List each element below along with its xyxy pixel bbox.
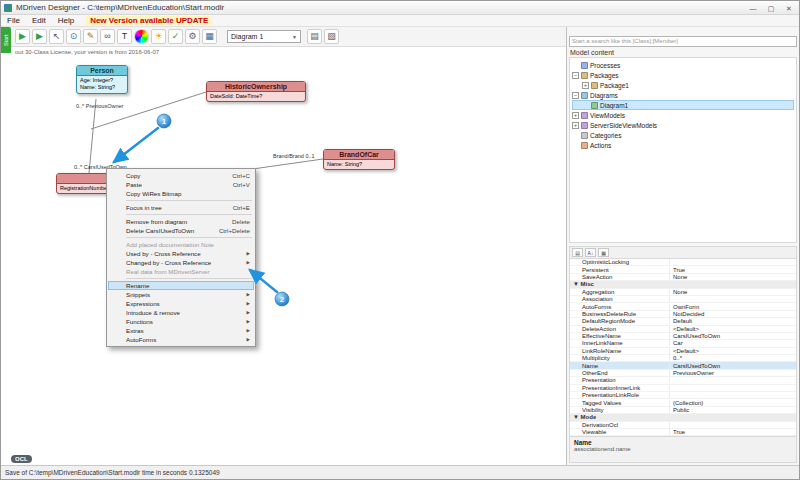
tree-item-actions[interactable]: Actions (572, 140, 794, 150)
property-row-effectivename[interactable]: EffectiveNameCarsIUsedToOwn (570, 333, 796, 340)
menu-item-paste[interactable]: PasteCtrl+V (108, 180, 254, 189)
tree-expander-icon[interactable]: + (572, 122, 579, 129)
property-row-visibility[interactable]: VisibilityPublic (570, 407, 796, 414)
property-row-association[interactable]: Association (570, 296, 796, 303)
menu-item-snippets[interactable]: Snippets▶ (108, 290, 254, 299)
property-value[interactable]: Car (670, 340, 796, 346)
property-row-saveaction[interactable]: SaveActionNone (570, 274, 796, 281)
tree-expander-icon[interactable]: + (582, 82, 589, 89)
tree-expander-icon[interactable]: − (572, 72, 579, 79)
menu-help[interactable]: Help (52, 16, 80, 25)
property-value[interactable]: NotDecided (670, 311, 796, 317)
property-value[interactable]: PreviousOwner (670, 370, 796, 376)
text-tool-icon[interactable]: T (117, 29, 132, 44)
menu-item-functions[interactable]: Functions▶ (108, 317, 254, 326)
property-row-defaultregionmode[interactable]: DefaultRegionModeDefault (570, 318, 796, 325)
diagram-selector[interactable]: Diagram 1 ▼ (227, 30, 301, 43)
property-row-tagged-values[interactable]: Tagged Values(Collection) (570, 399, 796, 406)
menu-file[interactable]: File (1, 16, 26, 25)
model-search-input[interactable] (569, 36, 797, 47)
update-notice[interactable]: New Version available UPDATE (86, 16, 212, 25)
property-row-persistent[interactable]: PersistentTrue (570, 266, 796, 273)
tree-item-diagrams[interactable]: −Diagrams (572, 90, 794, 100)
property-value[interactable]: 0..* (670, 355, 796, 361)
tree-item-diagram1[interactable]: Diagram1 (572, 100, 794, 110)
property-row-aggregation[interactable]: AggregationNone (570, 289, 796, 296)
run-icon[interactable]: ▶ (15, 29, 30, 44)
close-button[interactable]: ✕ (782, 3, 796, 13)
property-row-derivationocl[interactable]: DerivationOcl (570, 422, 796, 429)
export-icon[interactable]: ▧ (324, 29, 339, 44)
property-value[interactable]: CarsIUsedToOwn (670, 363, 796, 369)
check-icon[interactable]: ✓ (168, 29, 183, 44)
menu-item-remove-from-diagram[interactable]: Remove from diagramDelete (108, 217, 254, 226)
tree-item-categories[interactable]: Categories (572, 130, 794, 140)
run-debug-icon[interactable]: ▶ (32, 29, 47, 44)
property-value[interactable]: True (670, 429, 796, 435)
menu-item-rename[interactable]: Rename (108, 281, 254, 290)
property-value[interactable]: <Default> (670, 326, 796, 332)
alphabetical-icon[interactable]: A↓ (585, 248, 596, 257)
property-value[interactable]: True (670, 267, 796, 273)
tree-item-package1[interactable]: +Package1 (572, 80, 794, 90)
property-category-misc[interactable]: ▼ Misc (570, 281, 796, 288)
property-row-presentation[interactable]: Presentation (570, 377, 796, 384)
tree-expander-icon[interactable]: − (572, 92, 579, 99)
property-row-name[interactable]: NameCarsIUsedToOwn (570, 362, 796, 369)
property-row-innerlinkname[interactable]: InnerLinkNameCar (570, 340, 796, 347)
tree-item-serversideviewmodels[interactable]: +ServerSideViewModels (572, 120, 794, 130)
menu-item-copy[interactable]: CopyCtrl+C (108, 171, 254, 180)
property-row-presentationinnerlink[interactable]: PresentationInnerLink (570, 385, 796, 392)
categorized-icon[interactable]: ▤ (572, 248, 583, 257)
link-icon[interactable]: ∞ (100, 29, 115, 44)
property-value[interactable]: Public (670, 407, 796, 413)
class-historicownership[interactable]: HistoricOwnership DateSold: DateTime? (206, 81, 306, 102)
property-value[interactable]: (Collection) (670, 400, 796, 406)
menu-item-focus-in-tree[interactable]: Focus in treeCtrl+E (108, 203, 254, 212)
tree-expander-icon[interactable]: + (572, 112, 579, 119)
property-row-multiplicity[interactable]: Multiplicity0..* (570, 355, 796, 362)
class-person[interactable]: Person Age: Integer? Name: String? (76, 65, 128, 94)
menu-item-autoforms[interactable]: AutoForms▶ (108, 335, 254, 344)
grid-icon[interactable]: ▦ (202, 29, 217, 44)
zoom-icon[interactable]: ⊙ (66, 29, 81, 44)
property-row-presentationlinkrole[interactable]: PresentationLinkRole (570, 392, 796, 399)
menu-item-add-placed-documentation-note[interactable]: Add placed documentation Note (108, 240, 254, 249)
menu-item-expressions[interactable]: Expressions▶ (108, 299, 254, 308)
menu-item-real-data-from-mdrivenserver[interactable]: Real data from MDrivenServer (108, 267, 254, 276)
menu-item-changed-by-cross-reference[interactable]: Changed by - Cross Reference▶ (108, 258, 254, 267)
minimize-button[interactable]: — (746, 3, 760, 13)
side-tab-start[interactable]: Start (1, 27, 11, 53)
sun-icon[interactable]: ☀ (151, 29, 166, 44)
property-row-otherend[interactable]: OtherEndPreviousOwner (570, 370, 796, 377)
property-row-autoforms[interactable]: AutoFormsOwnForm (570, 303, 796, 310)
pencil-icon[interactable]: ✎ (83, 29, 98, 44)
menu-item-copy-wires-bitmap[interactable]: Copy WiRes Bitmap (108, 189, 254, 198)
class-brandofcar[interactable]: BrandOfCar Name: String? (323, 149, 395, 170)
color-wheel-icon[interactable] (134, 29, 149, 44)
property-row-deleteaction[interactable]: DeleteAction<Default> (570, 326, 796, 333)
property-pages-icon[interactable]: ▦ (598, 248, 609, 257)
layout-icon[interactable]: ▤ (307, 29, 322, 44)
property-value[interactable]: CarsIUsedToOwn (670, 333, 796, 339)
gear-icon[interactable]: ⚙ (185, 29, 200, 44)
property-value[interactable]: Default (670, 318, 796, 324)
ocl-badge[interactable]: OCL (11, 455, 32, 463)
property-row-viewable[interactable]: ViewableTrue (570, 429, 796, 436)
property-row-businessdeleterule[interactable]: BusinessDeleteRuleNotDecided (570, 311, 796, 318)
menu-item-extras[interactable]: Extras▶ (108, 326, 254, 335)
menu-item-used-by-cross-reference[interactable]: Used by - Cross Reference▶ (108, 249, 254, 258)
maximize-button[interactable]: ▢ (764, 3, 778, 13)
property-value[interactable]: OwnForm (670, 304, 796, 310)
menu-edit[interactable]: Edit (26, 16, 52, 25)
tree-item-processes[interactable]: Processes (572, 60, 794, 70)
menu-item-delete-carsiusedtoown[interactable]: Delete CarsIUsedToOwnCtrl+Delete (108, 226, 254, 235)
property-value[interactable]: None (670, 274, 796, 280)
tree-item-viewmodels[interactable]: +ViewModels (572, 110, 794, 120)
property-row-optimisticlocking[interactable]: OptimisticLocking (570, 259, 796, 266)
cursor-icon[interactable]: ↖ (49, 29, 64, 44)
tree-item-packages[interactable]: −Packages (572, 70, 794, 80)
diagram-canvas[interactable]: out 30-Class License, your version is fr… (1, 47, 566, 465)
property-value[interactable]: None (670, 289, 796, 295)
property-value[interactable]: <Default> (670, 348, 796, 354)
